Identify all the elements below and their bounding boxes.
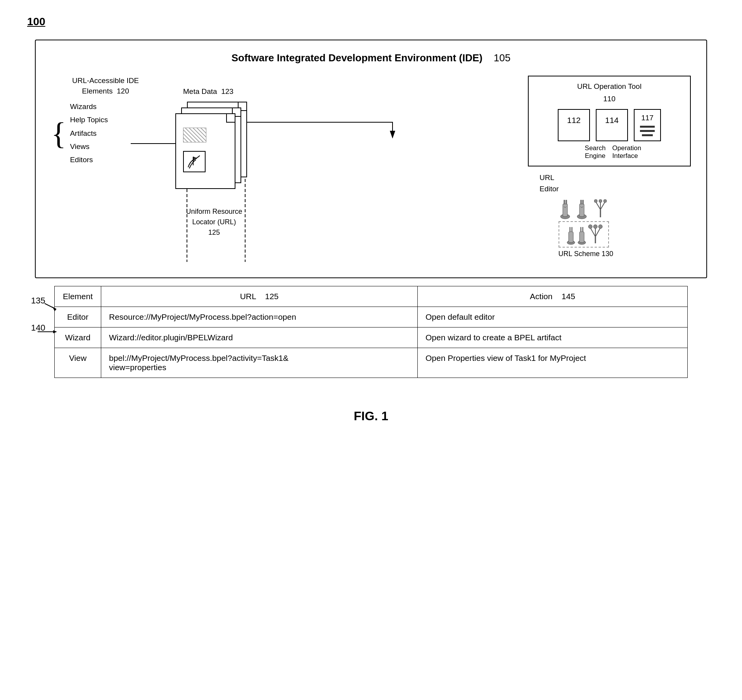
label-140-arrow (36, 329, 57, 336)
svg-point-29 (588, 225, 592, 229)
svg-marker-38 (53, 330, 57, 333)
svg-point-15 (599, 199, 602, 203)
svg-line-13 (600, 202, 605, 210)
svg-rect-9 (582, 200, 584, 204)
row1-url: Resource://MyProject/MyProcess.bpel?acti… (101, 307, 418, 327)
url-scheme-plug1-icon (559, 198, 572, 219)
component-112: 112 (558, 109, 590, 141)
row3-action: Open Properties view of Task1 for MyProj… (418, 348, 688, 378)
ide-title: Software Integrated Development Environm… (51, 52, 691, 64)
search-engine-label: SearchEngine (584, 144, 607, 160)
table-row: View bpel://MyProject/MyProcess.bpel?act… (55, 348, 688, 378)
row3-url: bpel://MyProject/MyProcess.bpel?activity… (101, 348, 418, 378)
url-scheme-connector-icon (562, 223, 605, 246)
svg-point-14 (594, 199, 597, 203)
url-tool-title: URL Operation Tool (536, 82, 682, 91)
svg-rect-8 (580, 200, 582, 204)
component-117: 117 (634, 109, 661, 141)
col-header-element: Element (55, 286, 101, 307)
url-doc-icon (186, 154, 202, 170)
row2-url: Wizard://editor.plugin/BPELWizard (101, 327, 418, 348)
url-scheme-label: URL Scheme 130 (559, 250, 613, 258)
url-scheme-fork-icon (592, 198, 609, 219)
svg-rect-19 (569, 227, 571, 232)
url-scheme-plug2-icon (575, 198, 589, 219)
svg-marker-36 (52, 307, 56, 311)
col-header-action: Action 145 (418, 286, 688, 307)
brace-items: Wizards Help Topics Artifacts Views Edit… (70, 100, 108, 166)
svg-rect-24 (582, 227, 583, 232)
svg-rect-7 (579, 204, 584, 217)
svg-line-11 (596, 202, 600, 210)
meta-data-label: Meta Data 123 (183, 87, 268, 96)
label-135-arrow (33, 288, 60, 311)
url-label: Uniform ResourceLocator (URL)125 (160, 206, 268, 238)
elements-label: URL-Accessible IDEElements 120 (51, 76, 160, 96)
url-editor-label: URLEditor (540, 172, 691, 194)
row3-element: View (55, 348, 101, 378)
url-operation-tool-box: URL Operation Tool 110 112 114 (528, 76, 691, 166)
figure-label-bottom: FIG. 1 (23, 409, 719, 423)
ide-diagram-box: Software Integrated Development Environm… (35, 40, 707, 278)
svg-line-26 (590, 228, 595, 237)
svg-rect-3 (563, 204, 567, 217)
row1-element: Editor (55, 307, 101, 327)
svg-rect-4 (564, 200, 565, 204)
svg-rect-23 (580, 227, 581, 232)
svg-point-16 (604, 199, 607, 203)
table-row: Wizard Wizard://editor.plugin/BPELWizard… (55, 327, 688, 348)
url-scheme-area: URL Scheme 130 (559, 198, 613, 258)
data-table: Element URL 125 Action 145 Editor Resour… (54, 286, 688, 378)
svg-rect-22 (579, 232, 584, 243)
svg-point-30 (593, 225, 597, 229)
svg-point-31 (598, 225, 602, 229)
col-header-url: URL 125 (101, 286, 418, 307)
url-tool-number: 110 (536, 95, 682, 103)
page-number-top: 100 (27, 16, 719, 28)
component-114: 114 (596, 109, 628, 141)
svg-rect-5 (566, 200, 567, 204)
operation-interface-label: OperationInterface (612, 144, 635, 160)
row1-action: Open default editor (418, 307, 688, 327)
svg-line-28 (595, 228, 600, 237)
svg-rect-18 (569, 232, 573, 243)
table-row: Editor Resource://MyProject/MyProcess.bp… (55, 307, 688, 327)
row2-action: Open wizard to create a BPEL artifact (418, 327, 688, 348)
svg-rect-20 (571, 227, 572, 232)
row2-element: Wizard (55, 327, 101, 348)
brace-icon: { (51, 118, 66, 149)
